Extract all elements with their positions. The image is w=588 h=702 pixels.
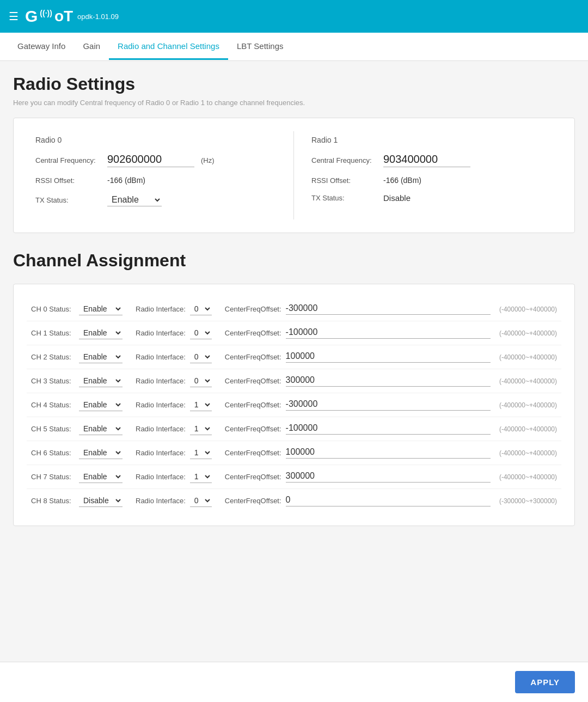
ch5-status-label: CH 5 Status: [31, 425, 75, 433]
ch2-radio-label: Radio Interface: [136, 353, 186, 361]
radio0-rssi-row: RSSI Offset: -166 (dBm) [35, 176, 285, 185]
ch7-freq-value: 300000 [286, 471, 491, 483]
ch5-status-select[interactable]: EnableDisable [79, 423, 122, 435]
radio0-label: Radio 0 [35, 136, 285, 144]
header: ☰ G ((·)) oT opdk-1.01.09 [0, 0, 588, 33]
nav-tabs: Gateway Info Gain Radio and Channel Sett… [0, 33, 588, 61]
radio1-freq-label: Central Frequency: [311, 156, 377, 164]
menu-icon[interactable]: ☰ [9, 10, 19, 23]
ch6-freq-value: 100000 [286, 447, 491, 459]
channel-assignment-title: Channel Assignment [13, 251, 575, 271]
ch3-radio-label: Radio Interface: [136, 377, 186, 385]
ch2-freq-label: CenterFreqOffset: [225, 353, 281, 361]
radio1-rssi-row: RSSI Offset: -166 (dBm) [311, 176, 553, 185]
ch8-status-select[interactable]: EnableDisable [79, 495, 122, 507]
ch6-freq-label: CenterFreqOffset: [225, 449, 281, 457]
channel-row-8: CH 8 Status:EnableDisableRadio Interface… [27, 489, 561, 512]
ch7-radio-label: Radio Interface: [136, 473, 186, 481]
channel-assignment-section: Channel Assignment CH 0 Status:EnableDis… [13, 251, 575, 526]
ch3-freq-range: (-400000~+400000) [499, 377, 557, 385]
ch0-status-label: CH 0 Status: [31, 305, 75, 313]
ch8-radio-label: Radio Interface: [136, 497, 186, 505]
ch0-radio-label: Radio Interface: [136, 305, 186, 313]
ch6-status-select[interactable]: EnableDisable [79, 447, 122, 459]
ch4-radio-select[interactable]: 01 [190, 399, 212, 411]
radio1-freq-row: Central Frequency: 903400000 [311, 153, 553, 167]
ch2-status-label: CH 2 Status: [31, 353, 75, 361]
ch7-status-select[interactable]: EnableDisable [79, 471, 122, 483]
ch3-freq-label: CenterFreqOffset: [225, 377, 281, 385]
radio0-tx-row: TX Status: Enable Disable [35, 193, 285, 206]
ch4-status-label: CH 4 Status: [31, 401, 75, 409]
ch0-radio-select[interactable]: 01 [190, 303, 212, 315]
radio0-rssi-value: -166 (dBm) [107, 176, 145, 185]
ch7-freq-label: CenterFreqOffset: [225, 473, 281, 481]
radio0-tx-label: TX Status: [35, 196, 101, 204]
ch1-freq-label: CenterFreqOffset: [225, 329, 281, 337]
ch1-radio-select[interactable]: 01 [190, 327, 212, 339]
tab-gain[interactable]: Gain [74, 34, 109, 60]
ch2-freq-value: 100000 [286, 351, 491, 363]
radio1-tx-value: Disable [383, 193, 411, 203]
radio0-freq-value: 902600000 [107, 153, 194, 167]
ch5-radio-select[interactable]: 01 [190, 423, 212, 435]
footer-bar: APPLY [0, 662, 588, 702]
ch8-freq-value: 0 [286, 495, 491, 506]
channel-row-2: CH 2 Status:EnableDisableRadio Interface… [27, 345, 561, 369]
ch5-freq-label: CenterFreqOffset: [225, 425, 281, 433]
main-content: Radio Settings Here you can modify Centr… [0, 61, 588, 702]
ch2-status-select[interactable]: EnableDisable [79, 351, 122, 363]
ch4-status-select[interactable]: EnableDisable [79, 399, 122, 411]
channel-assignment-card: CH 0 Status:EnableDisableRadio Interface… [13, 284, 575, 526]
ch8-status-label: CH 8 Status: [31, 497, 75, 505]
logo-signal: ((·)) [40, 9, 52, 17]
ch5-radio-label: Radio Interface: [136, 425, 186, 433]
channel-row-6: CH 6 Status:EnableDisableRadio Interface… [27, 441, 561, 465]
radio1-label: Radio 1 [311, 136, 553, 144]
channel-row-1: CH 1 Status:EnableDisableRadio Interface… [27, 321, 561, 345]
channel-row-0: CH 0 Status:EnableDisableRadio Interface… [27, 297, 561, 321]
ch7-radio-select[interactable]: 01 [190, 471, 212, 483]
ch6-radio-select[interactable]: 01 [190, 447, 212, 459]
ch4-freq-value: -300000 [286, 399, 491, 411]
ch4-freq-range: (-400000~+400000) [499, 401, 557, 409]
ch2-freq-range: (-400000~+400000) [499, 353, 557, 361]
radio1-tx-row: TX Status: Disable [311, 193, 553, 203]
channel-row-5: CH 5 Status:EnableDisableRadio Interface… [27, 417, 561, 441]
radio1-tx-label: TX Status: [311, 194, 377, 202]
ch1-freq-value: -100000 [286, 327, 491, 339]
radio0-freq-row: Central Frequency: 902600000 (Hz) [35, 153, 285, 167]
radio1-freq-value: 903400000 [383, 153, 470, 167]
ch4-radio-label: Radio Interface: [136, 401, 186, 409]
ch8-radio-select[interactable]: 01 [190, 495, 212, 507]
ch5-freq-value: -100000 [286, 423, 491, 435]
radio0-tx-select[interactable]: Enable Disable [107, 193, 162, 206]
ch3-status-select[interactable]: EnableDisable [79, 375, 122, 387]
ch6-status-label: CH 6 Status: [31, 449, 75, 457]
radio-grid: Radio 0 Central Frequency: 902600000 (Hz… [27, 131, 561, 219]
tab-lbt-settings[interactable]: LBT Settings [228, 34, 292, 60]
tab-radio-channel[interactable]: Radio and Channel Settings [109, 34, 228, 60]
header-version: opdk-1.01.09 [77, 13, 119, 21]
ch0-status-select[interactable]: EnableDisable [79, 303, 122, 315]
ch1-status-select[interactable]: EnableDisable [79, 327, 122, 339]
ch1-status-label: CH 1 Status: [31, 329, 75, 337]
ch1-radio-label: Radio Interface: [136, 329, 186, 337]
apply-button[interactable]: APPLY [515, 671, 575, 693]
ch4-freq-label: CenterFreqOffset: [225, 401, 281, 409]
logo-g: G [25, 7, 38, 26]
radio0-freq-unit: (Hz) [201, 156, 215, 164]
radio-settings-subtitle: Here you can modify Central frequency of… [13, 99, 575, 107]
radio0-rssi-label: RSSI Offset: [35, 176, 101, 185]
tab-gateway-info[interactable]: Gateway Info [9, 34, 74, 60]
ch7-status-label: CH 7 Status: [31, 473, 75, 481]
ch5-freq-range: (-400000~+400000) [499, 425, 557, 433]
ch6-freq-range: (-400000~+400000) [499, 449, 557, 457]
channel-table: CH 0 Status:EnableDisableRadio Interface… [27, 297, 561, 512]
ch0-freq-range: (-400000~+400000) [499, 306, 557, 313]
radio-settings-section: Radio Settings Here you can modify Centr… [13, 74, 575, 233]
ch3-radio-select[interactable]: 01 [190, 375, 212, 387]
ch1-freq-range: (-400000~+400000) [499, 329, 557, 337]
ch2-radio-select[interactable]: 01 [190, 351, 212, 363]
channel-row-3: CH 3 Status:EnableDisableRadio Interface… [27, 369, 561, 393]
